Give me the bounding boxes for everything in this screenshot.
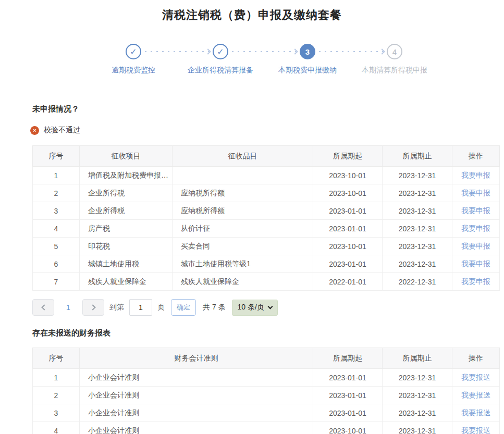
step-circle-2: ✓ (213, 44, 228, 59)
step-label-income-tax-liquidation-filing: 企业所得税清算报备 (176, 66, 265, 75)
table-cell: 增值税及附加税费申报表... (80, 167, 173, 184)
table-row: 4小企业会计准则2023-10-012023-12-31我要报送 (33, 422, 500, 434)
prev-page-button[interactable] (32, 299, 54, 316)
validation-status-text: 校验不通过 (44, 126, 80, 135)
submit-report-link[interactable]: 我要报送 (461, 391, 490, 399)
column-header: 操作 (452, 348, 500, 369)
table-row: 2企业所得税应纳税所得额2023-10-012023-12-31我要申报 (33, 184, 500, 202)
table-cell: 2023-01-01 (313, 404, 383, 422)
column-header: 所属期止 (383, 348, 452, 369)
submit-report-link[interactable]: 我要报送 (461, 426, 490, 434)
column-header: 操作 (452, 146, 500, 167)
page-unit-label: 页 (157, 303, 165, 312)
table-cell: 小企业会计准则 (80, 369, 313, 387)
table-cell: 买卖合同 (173, 238, 313, 255)
declare-link[interactable]: 我要申报 (461, 171, 490, 179)
table-cell: 小企业会计准则 (80, 387, 313, 404)
table-cell: 2023-12-31 (383, 220, 452, 238)
undeclared-tax-table: 序号征收项目征收品目所属期起所属期止操作 1增值税及附加税费申报表...2023… (32, 145, 500, 291)
declare-link[interactable]: 我要申报 (461, 206, 490, 215)
unsubmitted-statements-heading: 存在未报送的财务报表 (32, 328, 504, 338)
table-cell: 2023-10-01 (313, 422, 383, 434)
arrow-right-icon (379, 48, 385, 54)
table-cell: 2023-12-31 (383, 422, 452, 434)
step-label-current-liquidation-income-tax: 本期清算所得税申报 (350, 66, 439, 75)
step-connector (145, 51, 209, 52)
table-cell: 从价计征 (173, 220, 313, 238)
step-connector (232, 51, 296, 52)
column-header: 序号 (33, 146, 80, 167)
step-circle-4: 4 (387, 44, 402, 59)
table-cell: 2023-10-01 (313, 167, 383, 184)
table-cell (173, 167, 313, 184)
table-cell: 企业所得税 (80, 184, 173, 202)
declare-link[interactable]: 我要申报 (461, 242, 490, 250)
action-cell: 我要申报 (452, 167, 500, 184)
table-cell: 2023-01-01 (313, 202, 383, 220)
column-header: 序号 (33, 348, 80, 369)
declare-link[interactable]: 我要申报 (461, 224, 490, 232)
current-page-number[interactable]: 1 (54, 303, 82, 312)
action-cell: 我要报送 (452, 422, 500, 434)
table-cell: 2023-12-31 (383, 184, 452, 202)
declare-link[interactable]: 我要申报 (461, 277, 490, 286)
step-connector (319, 51, 383, 52)
goto-page-label: 到第 (109, 303, 124, 312)
table-cell: 2023-12-31 (383, 404, 452, 422)
action-cell: 我要报送 (452, 369, 500, 387)
table-cell: 应纳税所得额 (173, 202, 313, 220)
table-cell: 2023-01-01 (313, 369, 383, 387)
chevron-right-icon (90, 304, 95, 310)
table-cell: 2023-12-31 (383, 202, 452, 220)
step-circle-3: 3 (300, 44, 315, 59)
table-cell: 1 (33, 369, 80, 387)
table-row: 7残疾人就业保障金残疾人就业保障金2022-01-012022-12-31我要申… (33, 273, 500, 291)
table-cell: 印花税 (80, 238, 173, 255)
page-size-select[interactable]: 10 条/页 (232, 300, 278, 316)
column-header: 财务会计准则 (80, 348, 313, 369)
step-label-current-tax-declaration-payment: 本期税费申报缴纳 (263, 66, 352, 75)
table-cell: 残疾人就业保障金 (80, 273, 173, 291)
table-cell: 2023-12-31 (383, 238, 452, 255)
action-cell: 我要申报 (452, 255, 500, 273)
table-cell: 小企业会计准则 (80, 422, 313, 434)
table-cell: 2023-01-01 (313, 387, 383, 404)
action-cell: 我要申报 (452, 202, 500, 220)
validation-status: × 校验不通过 (30, 126, 504, 135)
table-cell: 企业所得税 (80, 202, 173, 220)
table-cell: 3 (33, 202, 80, 220)
next-page-button[interactable] (82, 299, 104, 316)
table-cell: 2023-01-01 (313, 255, 383, 273)
step-label-overdue-tax-monitoring: 逾期税费监控 (89, 66, 178, 75)
declare-link[interactable]: 我要申报 (461, 189, 490, 197)
chevron-down-icon (267, 304, 273, 309)
chevron-left-icon (41, 304, 47, 310)
table-row: 3小企业会计准则2023-01-012023-12-31我要报送 (33, 404, 500, 422)
table-cell: 房产税 (80, 220, 173, 238)
action-cell: 我要申报 (452, 273, 500, 291)
column-header: 所属期起 (313, 146, 383, 167)
table-row: 3企业所得税应纳税所得额2023-01-012023-12-31我要申报 (33, 202, 500, 220)
arrow-right-icon (205, 48, 211, 54)
action-cell: 我要申报 (452, 184, 500, 202)
total-count-label: 共 7 条 (203, 303, 226, 312)
declare-link[interactable]: 我要申报 (461, 259, 490, 268)
arrow-right-icon (292, 48, 298, 54)
table-header-row: 序号财务会计准则所属期起所属期止操作 (33, 348, 500, 369)
page-input[interactable] (129, 299, 152, 316)
confirm-button[interactable]: 确定 (171, 299, 196, 316)
submit-report-link[interactable]: 我要报送 (461, 373, 490, 381)
table-cell: 城市土地使用税等级1 (173, 255, 313, 273)
submit-report-link[interactable]: 我要报送 (461, 408, 490, 417)
action-cell: 我要报送 (452, 404, 500, 422)
action-cell: 我要申报 (452, 220, 500, 238)
table-cell: 6 (33, 255, 80, 273)
tax-clearance-page: 清税注销税（费）申报及缴纳套餐 ✓ ✓ 3 4 逾期税费监控 企业所得税清算报备… (0, 0, 504, 434)
column-header: 征收项目 (80, 146, 173, 167)
table-cell: 3 (33, 404, 80, 422)
table-cell: 2023-10-01 (313, 184, 383, 202)
table-cell: 2023-01-01 (313, 220, 383, 238)
table-cell: 7 (33, 273, 80, 291)
table-cell: 2023-10-01 (313, 238, 383, 255)
table-cell: 2023-12-31 (383, 255, 452, 273)
